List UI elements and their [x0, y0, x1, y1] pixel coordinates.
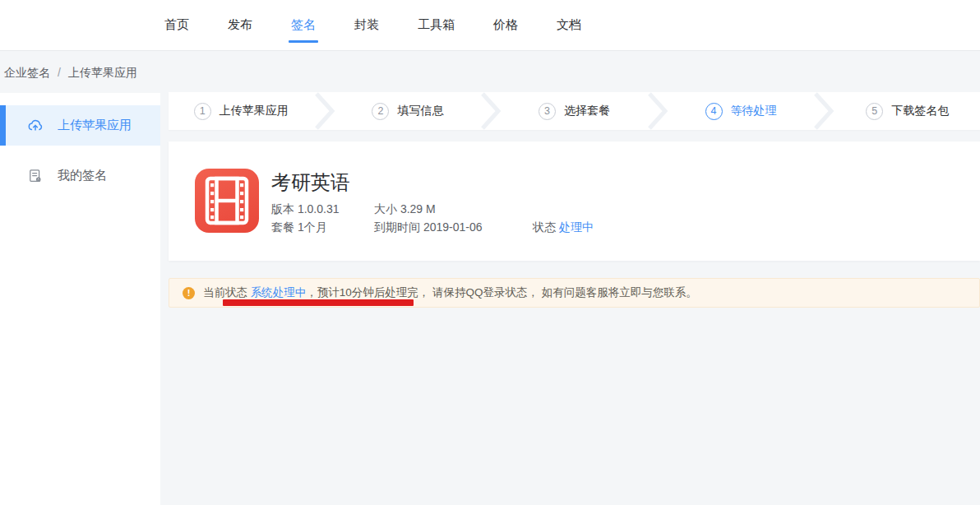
app-version: 版本 1.0.0.31 — [271, 202, 340, 217]
app-size: 大小 3.29 M — [374, 202, 436, 217]
signature-doc-icon — [26, 167, 44, 185]
app-name: 考研英语 — [271, 169, 350, 196]
banner-text: 当前状态 系统处理中，预计10分钟后处理完， 请保持QQ登录状态， 如有问题客服… — [203, 285, 697, 300]
step-label: 下载签名包 — [891, 104, 949, 118]
nav-item-toolbox[interactable]: 工具箱 — [418, 0, 455, 51]
step-number: 2 — [372, 103, 389, 120]
nav-item-publish[interactable]: 发布 — [228, 0, 252, 51]
sidebar: 上传苹果应用 我的签名 — [0, 93, 160, 505]
nav-item-package[interactable]: 封装 — [354, 0, 379, 51]
nav-item-signature[interactable]: 签名 — [291, 0, 316, 51]
red-underline-annotation — [223, 299, 414, 306]
banner-status-link: 系统处理中 — [251, 286, 307, 299]
chevron-right-icon — [314, 92, 335, 130]
step-label: 选择套餐 — [564, 104, 610, 118]
step-waiting-process: 4 等待处理 — [668, 92, 814, 130]
app-icon — [195, 169, 259, 233]
chevron-right-icon — [813, 92, 834, 130]
step-label: 上传苹果应用 — [220, 104, 289, 118]
step-wizard: 1 上传苹果应用 2 填写信息 3 选择套餐 4 等待处理 5 下载签名包 — [169, 92, 980, 130]
step-fill-info: 2 填写信息 — [335, 92, 481, 130]
app-status: 状态 处理中 — [533, 220, 594, 235]
step-number: 4 — [705, 103, 723, 120]
sidebar-item-upload-app[interactable]: 上传苹果应用 — [0, 105, 160, 146]
step-number: 3 — [539, 103, 556, 120]
warning-icon: ! — [183, 287, 195, 299]
sidebar-item-my-signatures[interactable]: 我的签名 — [0, 155, 160, 196]
step-number: 5 — [866, 103, 883, 120]
breadcrumb-enterprise-sign[interactable]: 企业签名 — [4, 66, 50, 81]
app-expire-time: 到期时间 2019-01-06 — [374, 220, 483, 235]
main-content: 1 上传苹果应用 2 填写信息 3 选择套餐 4 等待处理 5 下载签名包 — [169, 92, 980, 308]
film-icon — [204, 175, 250, 226]
breadcrumb-separator: / — [58, 66, 61, 81]
top-nav: 首页 发布 签名 封装 工具箱 价格 文档 — [0, 0, 980, 51]
page: 首页 发布 签名 封装 工具箱 价格 文档 企业签名 / 上传苹果应用 上传苹果… — [0, 0, 980, 505]
step-upload-app: 1 上传苹果应用 — [169, 92, 314, 130]
step-label: 等待处理 — [731, 104, 777, 118]
chevron-right-icon — [647, 92, 668, 130]
breadcrumb-upload-app: 上传苹果应用 — [68, 66, 137, 81]
app-meta: 版本 1.0.0.31 大小 3.29 M 套餐 1个月 到期时间 2019-0… — [271, 196, 847, 253]
nav-item-price[interactable]: 价格 — [493, 0, 518, 51]
nav-item-home[interactable]: 首页 — [164, 0, 189, 51]
chevron-right-icon — [480, 92, 502, 130]
breadcrumb: 企业签名 / 上传苹果应用 — [4, 66, 137, 81]
status-badge: 处理中 — [559, 220, 594, 234]
sidebar-item-label: 上传苹果应用 — [58, 118, 132, 133]
step-download-package: 5 下载签名包 — [834, 92, 980, 130]
step-choose-plan: 3 选择套餐 — [502, 92, 647, 130]
step-number: 1 — [194, 103, 211, 120]
sidebar-item-label: 我的签名 — [58, 168, 107, 183]
cloud-upload-icon — [26, 117, 44, 135]
app-info-card: 考研英语 版本 1.0.0.31 大小 3.29 M 套餐 1个月 到期时间 2… — [169, 141, 980, 261]
nav-item-docs[interactable]: 文档 — [557, 0, 581, 51]
app-plan: 套餐 1个月 — [271, 220, 327, 235]
step-label: 填写信息 — [397, 104, 443, 118]
